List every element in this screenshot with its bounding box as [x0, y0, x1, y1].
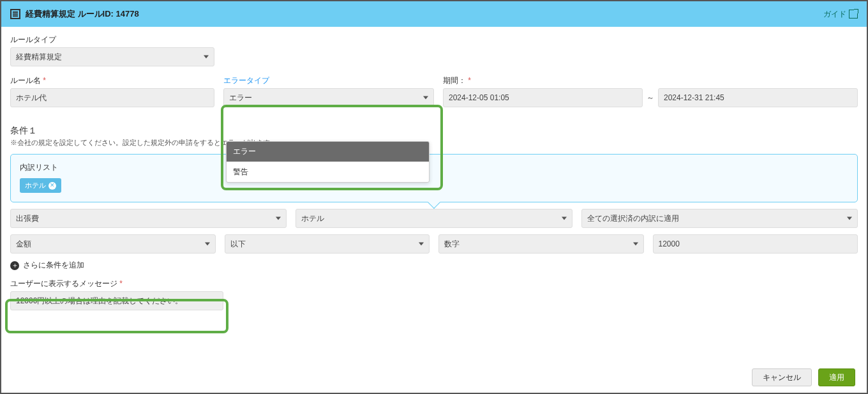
breakdown-tag-hotel: ホテル ✕ [20, 178, 61, 193]
rule-type-value: 経費精算規定 [16, 52, 62, 63]
rule-type-select[interactable]: 経費精算規定 [10, 47, 214, 66]
chevron-down-icon [204, 56, 209, 59]
plus-icon: ＋ [10, 261, 19, 270]
rule-name-label: ルール名 [10, 75, 214, 86]
period-from-input[interactable] [443, 88, 643, 107]
add-condition-label: さらに条件を追加 [23, 260, 84, 271]
add-condition-button[interactable]: ＋ さらに条件を追加 [10, 260, 858, 271]
user-message-input[interactable] [10, 291, 223, 310]
error-type-option-warning[interactable]: 警告 [227, 162, 429, 182]
chevron-down-icon [847, 217, 852, 220]
tag-remove-icon[interactable]: ✕ [49, 182, 56, 190]
window-header: 経費精算規定 ルールID: 14778 ガイド [1, 1, 867, 27]
chevron-down-icon [419, 243, 424, 246]
cond2-operator-select[interactable]: 以下 [225, 234, 430, 254]
chevron-down-icon [633, 243, 638, 246]
tag-label: ホテル [25, 181, 46, 190]
user-message-label: ユーザーに表示するメッセージ [10, 278, 223, 289]
form-icon [10, 9, 20, 19]
window-title: 経費精算規定 ルールID: 14778 [26, 8, 139, 20]
cond2-type-select[interactable]: 数字 [438, 234, 644, 254]
chevron-down-icon [276, 217, 281, 220]
cond1-scope-value: 全ての選択済の内訳に適用 [587, 213, 679, 224]
period-to-input[interactable] [658, 88, 858, 107]
rule-name-input[interactable] [10, 88, 214, 107]
error-type-value: エラー [229, 93, 252, 103]
form-body: ルールタイプ 経費精算規定 ルール名 エラータイプ エラー 期間： [1, 27, 867, 349]
chevron-down-icon [423, 96, 428, 100]
condition-heading: 条件１ [10, 125, 858, 137]
cond2-value-input[interactable] [653, 234, 858, 254]
condition-row-1: 出張費 ホテル 全ての選択済の内訳に適用 [10, 209, 858, 228]
cond1-item-select[interactable]: ホテル [296, 209, 572, 228]
error-type-option-error[interactable]: エラー [227, 142, 429, 162]
guide-label: ガイド [823, 9, 846, 20]
error-type-select[interactable]: エラー [223, 88, 434, 107]
footer-actions: キャンセル 適用 [752, 368, 855, 386]
condition-subtext: ※会社の規定を設定してください。設定した規定外の申請をするとエラーが出ます。 [10, 138, 858, 148]
external-link-icon [849, 10, 858, 19]
condition-row-2: 金額 以下 数字 [10, 234, 858, 254]
cond2-type-value: 数字 [444, 239, 460, 250]
cond2-field-select[interactable]: 金額 [10, 234, 216, 254]
breakdown-listbox: 内訳リスト ホテル ✕ [10, 154, 858, 202]
cond2-field-value: 金額 [16, 239, 31, 250]
chevron-down-icon [205, 243, 210, 246]
period-separator: ～ [647, 93, 654, 103]
cond1-scope-select[interactable]: 全ての選択済の内訳に適用 [581, 209, 858, 228]
breakdown-list-title: 内訳リスト [20, 162, 848, 173]
cancel-button[interactable]: キャンセル [752, 368, 812, 386]
period-label: 期間： [443, 75, 858, 86]
cond1-category-value: 出張費 [16, 213, 39, 224]
cond2-operator-value: 以下 [230, 239, 246, 250]
apply-button[interactable]: 適用 [818, 368, 855, 386]
cond1-item-value: ホテル [301, 213, 324, 224]
rule-editor-window: 経費精算規定 ルールID: 14778 ガイド ルールタイプ 経費精算規定 ルー… [0, 0, 868, 394]
error-type-dropdown: エラー 警告 [226, 141, 430, 183]
guide-link[interactable]: ガイド [823, 9, 858, 20]
chevron-down-icon [562, 217, 567, 220]
error-type-label: エラータイプ [223, 75, 434, 86]
rule-type-label: ルールタイプ [10, 34, 858, 45]
listbox-pointer [428, 196, 440, 209]
cond1-category-select[interactable]: 出張費 [10, 209, 287, 228]
